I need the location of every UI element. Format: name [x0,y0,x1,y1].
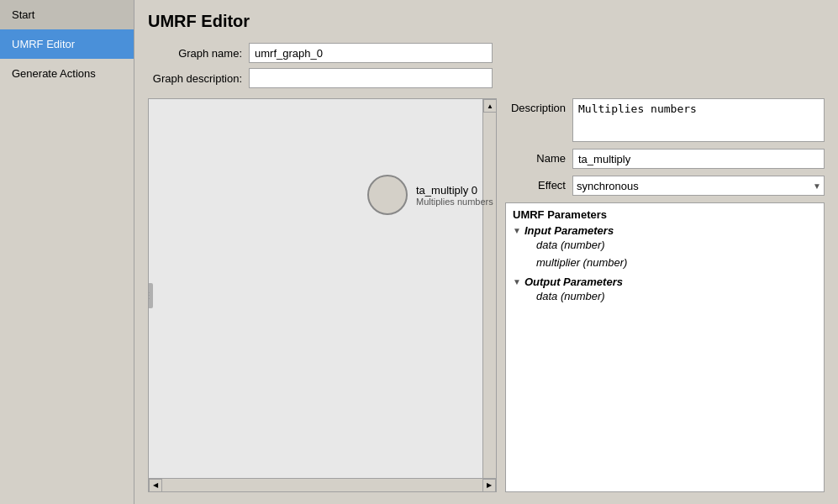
scroll-right-icon: ▶ [487,481,492,489]
page-title: UMRF Editor [148,12,825,31]
graph-node[interactable]: ta_multiply 0 Multiplies numbers [367,175,493,215]
scroll-up-icon: ▲ [487,102,493,110]
sidebar: Start UMRF Editor Generate Actions [0,0,134,504]
node-title: ta_multiply 0 [416,184,493,197]
input-params-label: Input Parameters [524,224,614,237]
description-textarea[interactable] [572,98,825,142]
input-param-2: multiplier (number) [513,255,817,272]
output-params-label: Output Parameters [524,276,623,288]
sidebar-item-start-label: Start [12,8,34,21]
input-collapse-arrow-icon: ▼ [513,226,521,235]
name-label: Name [505,149,572,165]
scroll-v-track[interactable] [483,113,496,491]
canvas-area[interactable]: ▲ ▼ ta_multiply 0 Multiplies numbers [149,99,496,491]
input-params-header[interactable]: ▼ Input Parameters [513,224,817,237]
effect-label: Effect [505,176,572,192]
description-label: Description [505,98,572,114]
input-params-section: ▼ Input Parameters data (number) multipl… [513,224,817,272]
scroll-left-button[interactable]: ◀ [149,479,162,492]
scroll-up-button[interactable]: ▲ [483,99,496,113]
graph-name-row: Graph name: [148,43,825,63]
right-form: Description Name Effect synchronous asyn… [505,98,825,202]
sidebar-item-generate-actions-label: Generate Actions [12,67,96,80]
graph-name-label: Graph name: [148,47,249,60]
sidebar-item-start[interactable]: Start [0,0,134,29]
resize-handle[interactable] [149,283,153,308]
params-box: UMRF Parameters ▼ Input Parameters data … [505,202,825,492]
params-title: UMRF Parameters [513,208,817,221]
output-params-header[interactable]: ▼ Output Parameters [513,276,817,288]
main-content: UMRF Editor Graph name: Graph descriptio… [134,0,838,504]
scroll-h-track[interactable] [162,479,482,491]
node-circle [367,175,408,215]
effect-select-wrapper: synchronous asynchronous ▼ [572,176,825,196]
output-param-1: data (number) [513,288,817,306]
effect-row: Effect synchronous asynchronous ▼ [505,176,825,196]
graph-description-label: Graph description: [148,72,249,85]
description-row: Description [505,98,825,142]
output-collapse-arrow-icon: ▼ [513,277,521,286]
graph-description-row: Graph description: [148,68,825,88]
right-panel: Description Name Effect synchronous asyn… [505,98,825,492]
canvas-panel: ▲ ▼ ta_multiply 0 Multiplies numbers [148,98,497,492]
effect-select[interactable]: synchronous asynchronous [572,176,825,196]
node-description: Multiplies numbers [416,197,493,207]
output-params-section: ▼ Output Parameters data (number) [513,276,817,306]
sidebar-item-umrf-editor-label: UMRF Editor [12,38,75,50]
node-label: ta_multiply 0 Multiplies numbers [416,184,493,207]
sidebar-item-generate-actions[interactable]: Generate Actions [0,59,134,88]
horizontal-scrollbar[interactable]: ◀ ▶ [149,478,496,491]
sidebar-item-umrf-editor[interactable]: UMRF Editor [0,29,134,59]
graph-description-input[interactable] [249,68,493,88]
vertical-scrollbar[interactable]: ▲ ▼ [482,99,496,478]
name-input[interactable] [572,149,825,169]
graph-name-input[interactable] [249,43,493,63]
scroll-left-icon: ◀ [153,481,158,489]
content-panels: ▲ ▼ ta_multiply 0 Multiplies numbers [148,98,825,492]
name-row: Name [505,149,825,169]
scroll-right-button[interactable]: ▶ [482,479,496,492]
input-param-1: data (number) [513,237,817,255]
